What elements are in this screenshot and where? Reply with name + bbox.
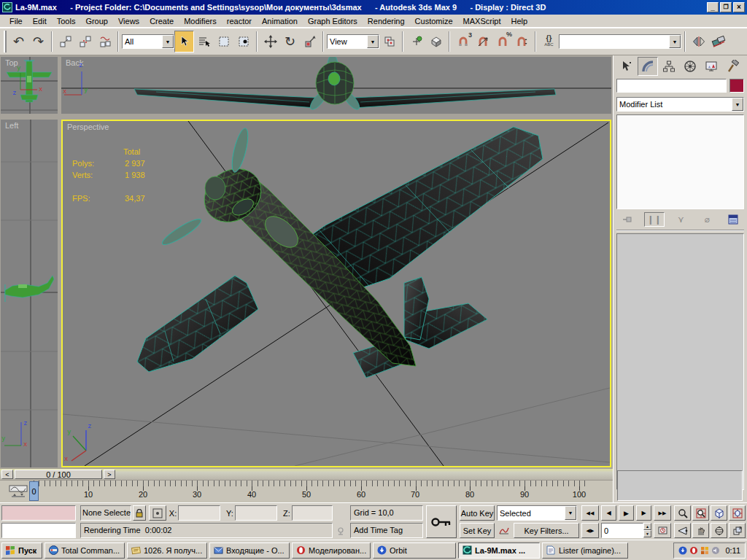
zoom-extents-all-button[interactable] [729, 505, 746, 521]
time-slider-prev-button[interactable]: < [1, 470, 13, 479]
key-mode-toggle-button[interactable]: ◀▶ [581, 523, 599, 538]
set-keys-button[interactable] [426, 505, 457, 538]
x-coordinate-field[interactable] [178, 505, 220, 521]
window-crossing-toggle-icon[interactable] [233, 31, 253, 52]
viewport-top[interactable]: Top y x z [1, 57, 58, 114]
make-unique-icon[interactable]: ⋎ [672, 212, 691, 227]
hierarchy-tab[interactable] [659, 57, 679, 76]
percent-snap-toggle-icon[interactable]: % [492, 31, 512, 52]
menu-maxscript[interactable]: MAXScript [458, 15, 506, 27]
object-name-field[interactable] [616, 79, 727, 93]
unlink-selection-icon[interactable] [75, 31, 95, 52]
pan-view-button[interactable] [692, 523, 709, 538]
pin-stack-icon[interactable] [618, 212, 637, 227]
open-mini-curve-editor-button[interactable] [6, 483, 31, 499]
select-and-move-icon[interactable] [260, 31, 280, 52]
select-and-manipulate-icon[interactable] [406, 31, 426, 52]
keyboard-shortcut-override-icon[interactable] [426, 31, 446, 52]
absolute-offset-mode-toggle[interactable] [149, 505, 166, 521]
menu-create[interactable]: Create [144, 15, 179, 27]
maxscript-mini-listener-white[interactable] [1, 523, 76, 538]
menu-tools[interactable]: Tools [52, 15, 81, 27]
tray-opera-icon[interactable] [689, 546, 698, 555]
minimize-button[interactable]: _ [707, 2, 719, 12]
tray-clock[interactable]: 0:11 [725, 546, 740, 555]
menu-reactor[interactable]: reactor [222, 15, 257, 27]
current-frame-input[interactable] [601, 523, 643, 538]
task-message-1026[interactable]: 1026. Я получ... [127, 542, 207, 559]
viewport-left[interactable]: Left z y x [1, 120, 58, 467]
toolbar-grip[interactable] [4, 31, 7, 52]
angle-snap-toggle-icon[interactable] [473, 31, 492, 52]
menu-help[interactable]: Help [506, 15, 533, 27]
undo-icon[interactable]: ↶ [9, 31, 28, 52]
maximize-viewport-toggle-button[interactable] [729, 523, 746, 538]
mirror-icon[interactable] [689, 31, 708, 52]
menu-edit[interactable]: Edit [28, 15, 52, 27]
use-pivot-center-icon[interactable] [379, 31, 399, 52]
time-slider-bar[interactable]: < 0 / 100 > [0, 469, 613, 481]
display-tab[interactable] [701, 57, 721, 76]
restore-button[interactable]: ❐ [720, 2, 732, 12]
auto-key-button[interactable]: Auto Key [460, 505, 495, 521]
start-button[interactable]: Пуск [1, 542, 42, 559]
show-end-result-icon[interactable]: ❙❙ [644, 212, 665, 227]
tray-orbit-icon[interactable] [678, 546, 687, 555]
menu-animation[interactable]: Animation [257, 15, 303, 27]
configure-modifier-sets-icon[interactable] [724, 212, 743, 227]
time-configuration-button[interactable] [654, 523, 671, 538]
menu-customize[interactable]: Customize [410, 15, 458, 27]
set-key-button[interactable]: Set Key [460, 523, 495, 538]
viewport-perspective[interactable]: Perspective Total Polys: 2 937 Verts: 1 … [61, 120, 611, 467]
modifier-stack-list[interactable] [616, 114, 744, 209]
zoom-extents-button[interactable] [711, 505, 727, 521]
add-time-tag[interactable]: Add Time Tag [350, 523, 423, 538]
modifier-list-dropdown[interactable]: Modifier List ▼ [616, 97, 744, 112]
menu-group[interactable]: Group [80, 15, 113, 27]
task-total-commander[interactable]: Total Comman... [44, 542, 125, 559]
dropdown-arrow-icon[interactable]: ▼ [732, 98, 743, 111]
align-icon[interactable] [708, 31, 728, 52]
tray-volume-icon[interactable] [711, 546, 720, 555]
zoom-button[interactable] [674, 505, 691, 521]
tray-messenger-icon[interactable] [700, 546, 709, 555]
current-frame-marker[interactable]: 0 [29, 481, 39, 501]
key-mode-dropdown[interactable]: Selected ▼ [497, 505, 577, 521]
menu-modifiers[interactable]: Modifiers [179, 15, 222, 27]
y-coordinate-field[interactable] [235, 505, 277, 521]
play-animation-button[interactable]: ▶ [619, 505, 634, 521]
key-filters-button[interactable]: Key Filters... [514, 523, 579, 538]
spinner-down-icon[interactable]: ▼ [643, 530, 651, 537]
select-by-name-icon[interactable] [194, 31, 214, 52]
frame-spinner[interactable]: ▲ ▼ [643, 523, 651, 538]
go-to-start-button[interactable]: ◀◀ [581, 505, 599, 521]
task-lister[interactable]: Lister (imagine)... [542, 542, 628, 559]
go-to-end-button[interactable]: ▶▶ [654, 505, 671, 521]
previous-frame-button[interactable]: ◀ [601, 505, 616, 521]
field-of-view-button[interactable] [674, 523, 691, 538]
task-orbit[interactable]: Orbit [373, 542, 456, 559]
menu-views[interactable]: Views [113, 15, 144, 27]
spinner-snap-toggle-icon[interactable] [512, 31, 532, 52]
motion-tab[interactable] [680, 57, 700, 76]
time-slider-handle[interactable]: 0 / 100 [15, 470, 102, 479]
close-button[interactable]: × [733, 2, 745, 12]
menu-rendering[interactable]: Rendering [363, 15, 410, 27]
menu-file[interactable]: File [4, 15, 28, 27]
select-object-button[interactable] [174, 31, 194, 52]
communicator-icon[interactable] [334, 523, 347, 538]
zoom-all-button[interactable] [692, 505, 709, 521]
modify-tab[interactable] [638, 57, 658, 76]
task-modeling-browser[interactable]: Моделирован... [292, 542, 371, 559]
object-color-swatch[interactable] [729, 79, 744, 93]
select-and-rotate-icon[interactable]: ↻ [280, 31, 300, 52]
arc-rotate-button[interactable] [711, 523, 727, 538]
next-frame-button[interactable]: ▶ [636, 505, 651, 521]
redo-icon[interactable]: ↷ [28, 31, 48, 52]
dropdown-arrow-icon[interactable]: ▼ [565, 506, 576, 520]
task-inbox-mail[interactable]: Входящие - О... [209, 542, 290, 559]
z-coordinate-field[interactable] [292, 505, 333, 521]
menu-graph-editors[interactable]: Graph Editors [303, 15, 363, 27]
rectangular-selection-region-icon[interactable] [214, 31, 233, 52]
snaps-toggle-icon[interactable]: 3 [453, 31, 473, 52]
